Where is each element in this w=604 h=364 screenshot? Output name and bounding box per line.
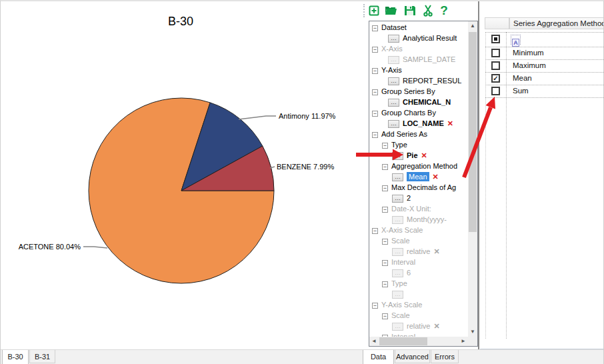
tree-value-row[interactable]: …LOC_NAME✕ — [369, 118, 467, 129]
remove-icon[interactable]: ✕ — [433, 173, 439, 181]
tree-rows: −Dataset…Analytical Result−X-Axis…SAMPLE… — [369, 22, 467, 337]
toolbar-grip[interactable] — [363, 4, 366, 17]
ellipsis-button[interactable]: … — [392, 248, 403, 256]
collapse-toggle-icon[interactable]: − — [382, 239, 388, 245]
tree-group-row[interactable]: −Type — [369, 139, 467, 150]
tree-value-row[interactable]: …2 — [369, 193, 467, 203]
tree-value-row[interactable]: …Pie✕ — [369, 150, 467, 161]
tree-value-row[interactable]: …relative✕ — [369, 246, 467, 257]
collapse-toggle-icon[interactable]: − — [372, 68, 378, 74]
remove-icon[interactable]: ✕ — [447, 119, 453, 127]
tree-group-row[interactable]: −Group Series By — [369, 86, 467, 97]
remove-icon[interactable]: ✕ — [433, 247, 439, 255]
tab-advanced[interactable]: Advanced — [395, 350, 430, 363]
collapse-toggle-icon[interactable]: − — [372, 303, 378, 309]
option-checkbox[interactable] — [491, 61, 500, 70]
tree-group-row[interactable]: −Max Decimals of Ag — [369, 182, 467, 193]
collapse-toggle-icon[interactable]: − — [372, 89, 378, 95]
scrollbar-thumb[interactable] — [379, 337, 427, 345]
tree-group-row[interactable]: −Add Series As — [369, 129, 467, 139]
collapse-toggle-icon[interactable]: − — [382, 185, 388, 191]
collapse-toggle-icon[interactable]: − — [382, 207, 388, 213]
help-icon[interactable]: ? — [437, 3, 451, 18]
tree-group-row[interactable]: −X-Axis — [369, 43, 467, 54]
collapse-toggle-icon[interactable]: − — [382, 313, 388, 319]
chart-title: B-30 — [168, 15, 193, 28]
tab-b-31[interactable]: B-31 — [29, 350, 55, 363]
panel-splitter[interactable] — [478, 1, 479, 349]
aggregation-option-row[interactable]: Minimum — [485, 47, 604, 60]
pie-label-acetone: ACETONE 80.04% — [19, 243, 81, 251]
tree-group-row[interactable]: −Y-Axis Scale — [369, 299, 467, 310]
remove-icon[interactable]: ✕ — [421, 151, 427, 159]
tree-group-row[interactable]: −Aggregation Method — [369, 161, 467, 171]
grid-select-all-row[interactable]: A — [485, 32, 604, 47]
tree-value-row[interactable]: …6 — [369, 267, 467, 278]
collapse-toggle-icon[interactable]: − — [372, 111, 378, 117]
ellipsis-button[interactable]: … — [392, 152, 403, 160]
ellipsis-button[interactable]: … — [388, 99, 399, 107]
grid-header: Series Aggregation Method — [509, 17, 604, 29]
select-all-checkbox[interactable] — [491, 35, 500, 43]
tree-value-row[interactable]: …REPORT_RESUL — [369, 75, 467, 86]
ellipsis-button[interactable]: … — [392, 173, 403, 181]
tree-group-row[interactable]: −Y-Axis — [369, 65, 467, 75]
option-checkbox[interactable] — [491, 87, 500, 95]
chart-panel: B-30 Antimony 11.97% BENZENE 7.99% ACETO… — [1, 1, 361, 349]
tree-group-row[interactable]: −Scale — [369, 235, 467, 246]
ellipsis-button[interactable]: … — [392, 195, 403, 203]
collapse-toggle-icon[interactable]: − — [372, 47, 378, 53]
tree-value-row[interactable]: …relative✕ — [369, 321, 467, 331]
pie-label-antimony: Antimony 11.97% — [279, 112, 336, 120]
tree-value-row[interactable]: …CHEMICAL_N — [369, 97, 467, 107]
tree-group-row[interactable]: −Interval — [369, 257, 467, 267]
save-icon[interactable] — [403, 3, 417, 18]
tree-group-row[interactable]: −Interval — [369, 331, 467, 337]
tree-group-row[interactable]: −Type — [369, 278, 467, 289]
collapse-toggle-icon[interactable]: − — [372, 25, 378, 31]
tree-value-row[interactable]: …Month(yyyy- — [369, 214, 467, 225]
aggregation-option-row[interactable]: ✓Mean — [485, 73, 604, 85]
tree-group-row[interactable]: −Dataset — [369, 22, 467, 33]
tree-group-row[interactable]: −X-Axis Scale — [369, 225, 467, 235]
cut-icon[interactable] — [421, 3, 436, 18]
sort-a-icon[interactable]: A — [511, 35, 521, 45]
tree-group-row[interactable]: −Group Charts By — [369, 107, 467, 118]
scrollbar-corner — [468, 337, 477, 346]
tab-b-30[interactable]: B-30 — [2, 350, 29, 364]
collapse-toggle-icon[interactable]: − — [382, 164, 388, 170]
ellipsis-button[interactable]: … — [392, 291, 403, 299]
ellipsis-button[interactable]: … — [388, 35, 399, 43]
open-folder-icon[interactable] — [384, 3, 399, 18]
tree-value-row[interactable]: …Analytical Result — [369, 33, 467, 43]
ellipsis-button[interactable]: … — [388, 77, 399, 85]
aggregation-option-row[interactable]: Maximum — [485, 60, 604, 73]
collapse-toggle-icon[interactable]: − — [382, 143, 388, 149]
collapse-toggle-icon[interactable]: − — [382, 260, 388, 266]
tree-vertical-scrollbar[interactable]: ▲ ▼ — [468, 21, 477, 337]
ellipsis-button[interactable]: … — [388, 120, 399, 128]
option-checkbox[interactable] — [491, 49, 500, 57]
new-icon[interactable] — [367, 3, 382, 18]
tree-value-row[interactable]: …Mean✕ — [369, 171, 467, 182]
ellipsis-button[interactable]: … — [392, 323, 403, 331]
ellipsis-button[interactable]: … — [392, 269, 403, 277]
tab-errors[interactable]: Errors — [431, 350, 459, 363]
tree-value-row[interactable]: …SAMPLE_DATE — [369, 54, 467, 65]
remove-icon[interactable]: ✕ — [433, 322, 439, 330]
collapse-toggle-icon[interactable]: − — [372, 228, 378, 234]
scrollbar-thumb[interactable] — [469, 32, 477, 232]
tab-data[interactable]: Data — [363, 350, 394, 364]
ellipsis-button[interactable]: … — [388, 56, 399, 64]
ellipsis-button[interactable]: … — [392, 216, 403, 224]
option-checkbox[interactable]: ✓ — [491, 74, 500, 83]
collapse-toggle-icon[interactable]: − — [382, 281, 388, 287]
tree-group-row[interactable]: −Date-X Unit: — [369, 203, 467, 214]
tree-group-row[interactable]: −Scale — [369, 310, 467, 321]
aggregation-panel: Series Aggregation Method A MinimumMaxim… — [480, 1, 604, 349]
aggregation-option-row[interactable]: Sum — [485, 85, 604, 98]
tree-horizontal-scrollbar[interactable]: ◄ ► — [369, 337, 468, 346]
tree-value-row[interactable]: … — [369, 289, 467, 299]
pie-chart: B-30 Antimony 11.97% BENZENE 7.99% ACETO… — [1, 1, 361, 349]
collapse-toggle-icon[interactable]: − — [372, 132, 378, 138]
